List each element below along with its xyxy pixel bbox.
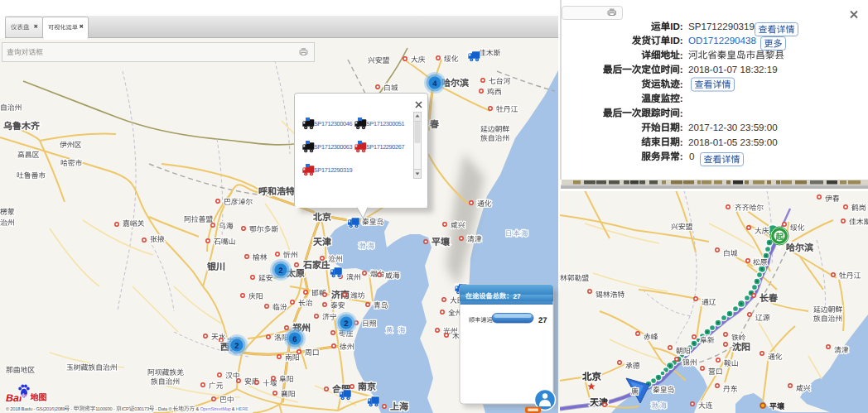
svg-text:6: 6 [292, 335, 297, 344]
svg-text:ICP: ICP [122, 407, 129, 412]
svg-text:030173: 030173 [134, 407, 149, 412]
svg-text::: : [680, 122, 683, 133]
svg-text:SP1712300051: SP1712300051 [366, 120, 404, 127]
svg-text::: : [680, 137, 683, 148]
svg-text:0: 0 [689, 151, 694, 162]
svg-text:SP1712300063: SP1712300063 [314, 143, 352, 151]
svg-text:OD1712290438: OD1712290438 [688, 36, 756, 46]
svg-text:2018-01-05 23:59:00: 2018-01-05 23:59:00 [688, 137, 778, 148]
svg-text:du: du [21, 393, 27, 399]
svg-text:2: 2 [344, 319, 348, 329]
svg-text:-: - [70, 407, 73, 412]
svg-text:2: 2 [278, 267, 282, 276]
svg-text:2: 2 [234, 342, 239, 351]
svg-text::: : [680, 108, 683, 119]
svg-text:OpenStreetMap: OpenStreetMap [200, 407, 231, 412]
svg-text:27: 27 [538, 316, 547, 325]
svg-text::: : [680, 94, 683, 104]
svg-text:SP1712290319: SP1712290319 [314, 166, 352, 174]
svg-text::: : [680, 79, 683, 90]
svg-text:© 2018 Baidu - GS(2016)2089: © 2018 Baidu - GS(2016)2089 [6, 406, 65, 412]
svg-text:1100930 -: 1100930 - [95, 407, 116, 412]
svg-text:ID:: ID: [670, 22, 682, 32]
svg-text:2018-01-07 18:32:19: 2018-01-07 18:32:19 [688, 65, 778, 75]
svg-text::: : [680, 50, 683, 61]
svg-text:HERE: HERE [236, 407, 248, 412]
svg-text::: : [680, 151, 683, 162]
svg-text:SP1712300046: SP1712300046 [314, 120, 352, 127]
svg-text:SP1712290319: SP1712290319 [688, 22, 755, 32]
svg-text:27: 27 [513, 293, 521, 300]
svg-text:ID:: ID: [670, 36, 682, 46]
svg-text:4: 4 [432, 79, 437, 89]
svg-text:- Data ©: - Data © [154, 407, 172, 412]
svg-text:SP1712290267: SP1712290267 [366, 143, 404, 151]
svg-text::: : [680, 65, 683, 75]
svg-text:2017-12-30 23:59:00: 2017-12-30 23:59:00 [688, 122, 778, 133]
